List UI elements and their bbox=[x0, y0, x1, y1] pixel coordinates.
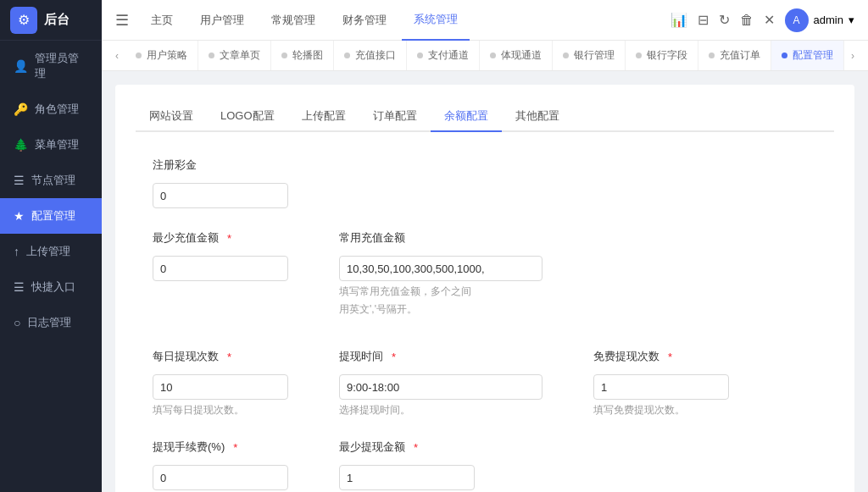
upload-icon: ↑ bbox=[14, 245, 19, 258]
sidebar-item-label: 节点管理 bbox=[31, 173, 75, 188]
tab-dot bbox=[563, 53, 569, 58]
common-recharge-input[interactable] bbox=[339, 256, 542, 281]
sidebar-item-quick-entry[interactable]: ☰ 快捷入口 bbox=[0, 269, 102, 305]
tab-bank-manage[interactable]: 银行管理 bbox=[553, 41, 626, 71]
tab-payment[interactable]: 支付通道 bbox=[407, 41, 480, 71]
min-recharge-required: * bbox=[227, 232, 231, 245]
admin-icon: 👤 bbox=[14, 59, 28, 73]
subtabs: 网站设置 LOGO配置 上传配置 订单配置 余额配置 其他配置 bbox=[136, 102, 834, 132]
withdraw-time-required: * bbox=[392, 351, 396, 363]
daily-withdraw-input[interactable] bbox=[153, 374, 288, 400]
subtab-balance-settings[interactable]: 余额配置 bbox=[431, 102, 502, 132]
quick-icon: ☰ bbox=[14, 280, 25, 294]
form-row-4: 提现手续费(%) * 填写提现手续费。 最少提现金额 * 填写最少提现金额,必须… bbox=[153, 434, 817, 492]
form-group-free-withdraw: 免费提现次数 * 填写免费提现次数。 bbox=[593, 344, 729, 417]
min-withdraw-input[interactable] bbox=[339, 465, 475, 490]
tab-config-manage[interactable]: 配置管理 bbox=[771, 41, 844, 71]
node-icon: ☰ bbox=[14, 174, 25, 187]
tab-dot bbox=[417, 53, 423, 58]
tab-dot bbox=[209, 53, 214, 58]
withdraw-time-input[interactable] bbox=[339, 374, 542, 400]
sidebar-item-upload-manage[interactable]: ↑ 上传管理 bbox=[0, 234, 102, 269]
tabbar: ‹ 用户策略 文章单页 轮播图 充值接口 支付通道 bbox=[102, 41, 868, 71]
daily-withdraw-label: 每日提现次数 bbox=[153, 349, 219, 364]
tab-dot bbox=[709, 53, 715, 58]
tabbar-tabs: 用户策略 文章单页 轮播图 充值接口 支付通道 体现通道 bbox=[125, 41, 844, 71]
free-withdraw-required: * bbox=[668, 351, 672, 363]
form-group-daily-withdraw: 每日提现次数 * 填写每日提现次数。 bbox=[153, 344, 288, 417]
tab-dot bbox=[344, 53, 350, 58]
sidebar-item-role-manage[interactable]: 🔑 角色管理 bbox=[0, 91, 102, 127]
min-withdraw-required: * bbox=[414, 441, 418, 454]
tab-article-single[interactable]: 文章单页 bbox=[198, 41, 271, 71]
config-icon: ★ bbox=[14, 209, 25, 223]
sidebar-item-label: 菜单管理 bbox=[35, 137, 79, 152]
topnav-routine-manage[interactable]: 常规管理 bbox=[259, 0, 327, 41]
form-area: 注册彩金 最少充值金额 * bbox=[136, 152, 834, 492]
withdraw-fee-input[interactable] bbox=[153, 465, 288, 490]
topnav-system-manage[interactable]: 系统管理 bbox=[402, 0, 470, 41]
min-withdraw-label: 最少提现金额 bbox=[339, 439, 405, 455]
common-recharge-hint2: 用英文','号隔开。 bbox=[339, 302, 542, 317]
logo-icon: ⚙ bbox=[10, 7, 37, 34]
tab-bank-field[interactable]: 银行字段 bbox=[626, 41, 698, 71]
avatar: A bbox=[785, 8, 809, 32]
sidebar-item-node-manage[interactable]: ☰ 节点管理 bbox=[0, 163, 102, 198]
sidebar-item-menu-manage[interactable]: 🌲 菜单管理 bbox=[0, 127, 102, 163]
subtab-logo-settings[interactable]: LOGO配置 bbox=[207, 102, 288, 132]
form-row-2: 最少充值金额 * 常用充值金额 填写常用充值金额，多个之间 用英文','号隔开。 bbox=[153, 225, 817, 317]
tab-withdraw[interactable]: 体现通道 bbox=[480, 41, 553, 71]
tab-dot bbox=[782, 53, 787, 58]
tab-dot bbox=[636, 53, 642, 58]
topnav-home[interactable]: 主页 bbox=[139, 0, 185, 41]
subtab-order-settings[interactable]: 订单配置 bbox=[359, 102, 431, 132]
free-withdraw-input[interactable] bbox=[593, 374, 729, 400]
daily-withdraw-hint: 填写每日提现次数。 bbox=[153, 403, 288, 417]
sidebar-item-label: 日志管理 bbox=[27, 315, 71, 330]
tab-carousel[interactable]: 轮播图 bbox=[271, 41, 334, 71]
register-bonus-input[interactable] bbox=[153, 183, 288, 208]
tab-recharge-api[interactable]: 充值接口 bbox=[334, 41, 407, 71]
min-recharge-input[interactable] bbox=[153, 256, 288, 281]
withdraw-fee-label: 提现手续费(%) bbox=[153, 439, 225, 455]
tabbar-prev-btn[interactable]: ‹ bbox=[108, 41, 125, 71]
tab-dot bbox=[136, 53, 142, 58]
withdraw-time-label: 提现时间 bbox=[339, 349, 383, 364]
sidebar-item-admin-manage[interactable]: 👤 管理员管理 bbox=[0, 41, 102, 91]
subtab-site-settings[interactable]: 网站设置 bbox=[136, 102, 207, 132]
menu-icon: 🌲 bbox=[14, 138, 28, 152]
topnav-user-manage[interactable]: 用户管理 bbox=[188, 0, 256, 41]
content: 网站设置 LOGO配置 上传配置 订单配置 余额配置 其他配置 bbox=[102, 71, 868, 492]
form-group-common-recharge: 常用充值金额 填写常用充值金额，多个之间 用英文','号隔开。 bbox=[339, 225, 542, 317]
role-icon: 🔑 bbox=[14, 102, 28, 116]
sidebar-item-log-manage[interactable]: ○ 日志管理 bbox=[0, 305, 102, 340]
common-recharge-hint1: 填写常用充值金额，多个之间 bbox=[339, 285, 542, 299]
topnav-finance-manage[interactable]: 财务管理 bbox=[331, 0, 398, 41]
tab-dot bbox=[281, 53, 287, 58]
menu-toggle-icon[interactable]: ☰ bbox=[115, 11, 129, 30]
sidebar: ⚙ 后台 👤 管理员管理 🔑 角色管理 🌲 菜单管理 ☰ 节点管理 ★ 配置管理… bbox=[0, 0, 102, 492]
tabbar-next-btn[interactable]: › bbox=[844, 41, 861, 71]
form-row-3: 每日提现次数 * 填写每日提现次数。 提现时间 * 选择提现时间。 bbox=[153, 344, 817, 417]
close-icon[interactable]: ✕ bbox=[764, 12, 775, 28]
delete-icon[interactable]: 🗑 bbox=[740, 13, 754, 28]
daily-withdraw-required: * bbox=[227, 351, 231, 363]
tab-user-strategy[interactable]: 用户策略 bbox=[125, 41, 198, 71]
sidebar-item-config-manage[interactable]: ★ 配置管理 bbox=[0, 198, 102, 234]
admin-label: admin bbox=[814, 14, 843, 26]
sidebar-item-label: 管理员管理 bbox=[35, 51, 88, 81]
refresh-icon[interactable]: ↻ bbox=[719, 12, 730, 28]
withdraw-time-hint: 选择提现时间。 bbox=[339, 403, 542, 417]
logo-text: 后台 bbox=[44, 12, 70, 28]
tab-recharge-order[interactable]: 充值订单 bbox=[698, 41, 771, 71]
chart-icon[interactable]: 📊 bbox=[670, 12, 687, 28]
register-bonus-label: 注册彩金 bbox=[153, 158, 197, 173]
subtab-upload-settings[interactable]: 上传配置 bbox=[288, 102, 359, 132]
form-group-withdraw-fee: 提现手续费(%) * 填写提现手续费。 bbox=[153, 434, 288, 492]
topnav-user[interactable]: A admin ▾ bbox=[785, 8, 854, 32]
topnav: ☰ 主页 用户管理 常规管理 财务管理 系统管理 📊 ⊟ ↻ 🗑 ✕ A adm… bbox=[102, 0, 868, 41]
form-group-min-withdraw: 最少提现金额 * 填写最少提现金额,必须位大于 1的整数。 bbox=[339, 434, 475, 492]
logo: ⚙ 后台 bbox=[0, 0, 102, 41]
window-icon[interactable]: ⊟ bbox=[698, 12, 709, 28]
subtab-other-settings[interactable]: 其他配置 bbox=[502, 102, 573, 132]
